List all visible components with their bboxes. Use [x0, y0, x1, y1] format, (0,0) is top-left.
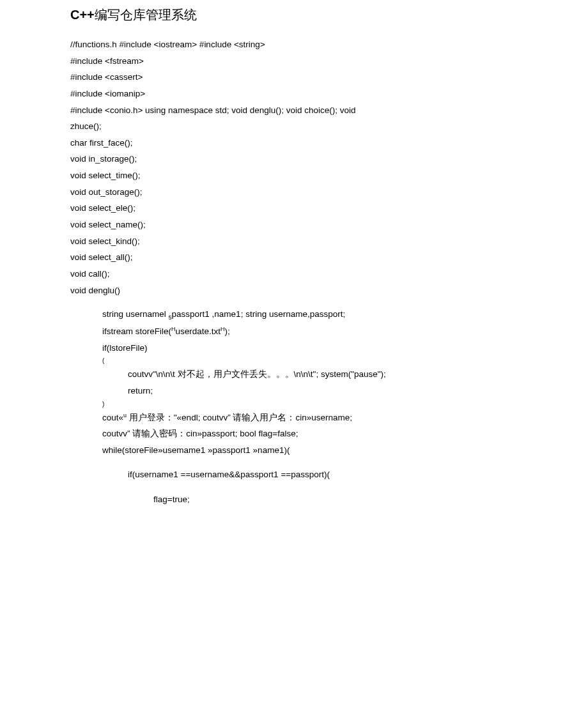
- code-line: void select_time();: [70, 167, 518, 184]
- text: cin»passport; bool flag=false;: [186, 429, 298, 438]
- code-line: cout«u 用户登录："«endl; coutvv” 请输入用户名：cin»u…: [70, 410, 518, 426]
- code-line: coutvv"\n\n\t 对不起，用户文件丢失。。。\n\n\t"; syst…: [70, 366, 518, 383]
- brace-close: ): [70, 399, 518, 410]
- code-line: char first_face();: [70, 135, 518, 151]
- code-block: string usernamel 5passport1 ,name1; stri…: [70, 306, 518, 458]
- title-cjk: 编写仓库管理系统: [95, 8, 197, 22]
- document-page: C++编写仓库管理系统 //functions.h #include <iost…: [0, 6, 588, 508]
- cjk-text: 用户登录：: [127, 413, 174, 422]
- code-line: zhuce();: [70, 118, 518, 135]
- code-line: void select_all();: [70, 249, 518, 266]
- text: cin»username;: [295, 413, 352, 422]
- code-line: void in_storage();: [70, 151, 518, 167]
- code-line: void select_ele();: [70, 200, 518, 217]
- code-line: while(storeFile»usemame1 »passport1 »nam…: [70, 442, 518, 459]
- text: cout«: [102, 413, 123, 422]
- text: ifstream storeFile(: [102, 326, 171, 336]
- code-line: string usernamel 5passport1 ,name1; stri…: [70, 306, 518, 323]
- brace-open: (: [70, 356, 518, 366]
- code-line: void select_kind();: [70, 233, 518, 250]
- code-line: #include <fstream>: [70, 53, 518, 70]
- text: coutvv"\n\n\t: [128, 369, 178, 379]
- text: string usernamel: [102, 309, 169, 319]
- code-line: //functions.h #include <iostream> #inclu…: [70, 36, 518, 53]
- code-line: return;: [70, 383, 518, 399]
- text: userdate.txt: [176, 326, 221, 336]
- code-line: if(username1 ==username&&passport1 ==pas…: [70, 466, 518, 483]
- text: coutvv”: [102, 429, 132, 438]
- code-line: coutvv” 请输入密码：cin»passport; bool flag=fa…: [70, 426, 518, 442]
- code-line: flag=true;: [70, 491, 518, 508]
- code-block: if(username1 ==username&&passport1 ==pas…: [70, 466, 518, 483]
- code-line: ifstream storeFile(Huserdate.txtH);: [70, 323, 518, 340]
- text: \n\n\t"; system("pause");: [294, 369, 386, 379]
- cjk-text: 请输入用户名：: [233, 413, 295, 422]
- code-line: void select_name();: [70, 217, 518, 233]
- title-prefix: C++: [70, 8, 95, 22]
- code-line: #include <iomanip>: [70, 86, 518, 102]
- cjk-text: 请输入密码：: [132, 429, 186, 438]
- code-line: void denglu(): [70, 282, 518, 299]
- code-line: if(lstoreFile): [70, 340, 518, 357]
- code-line: #include <cassert>: [70, 69, 518, 86]
- code-line: void out_storage();: [70, 184, 518, 201]
- code-block: flag=true;: [70, 491, 518, 508]
- text: passport1 ,name1; string username,passpo…: [172, 309, 346, 319]
- code-line: #include <conio.h> using namespace std; …: [70, 102, 518, 119]
- text: );: [225, 326, 230, 336]
- document-title: C++编写仓库管理系统: [70, 6, 518, 24]
- cjk-text: 对不起，用户文件丢失。。。: [178, 369, 294, 379]
- code-line: void call();: [70, 266, 518, 282]
- text: "«endl; coutvv”: [174, 413, 233, 422]
